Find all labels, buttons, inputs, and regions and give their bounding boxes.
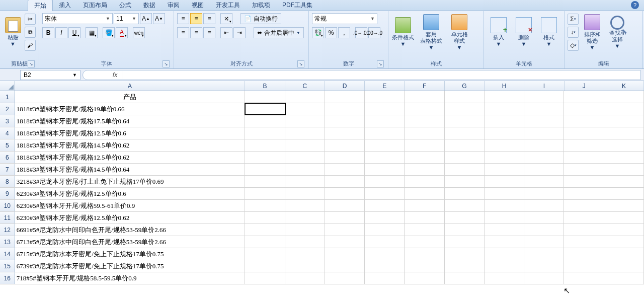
format-cells-button[interactable]: 格式▼ xyxy=(537,13,560,51)
cell-H2[interactable] xyxy=(485,103,524,115)
cell-B16[interactable] xyxy=(245,272,285,284)
cell-B14[interactable] xyxy=(245,248,285,260)
decrease-font-button[interactable]: A▼ xyxy=(153,13,165,24)
increase-font-button[interactable]: A▲ xyxy=(140,13,152,24)
cell-E13[interactable] xyxy=(365,236,405,248)
cell-K3[interactable] xyxy=(604,115,644,127)
cell-H9[interactable] xyxy=(485,188,524,199)
align-middle-button[interactable]: ≡ xyxy=(190,13,202,24)
cell-G8[interactable] xyxy=(445,176,485,187)
cell-H14[interactable] xyxy=(485,248,524,260)
row-header[interactable]: 3 xyxy=(0,115,15,127)
cell-B9[interactable] xyxy=(245,188,285,199)
cell-F6[interactable] xyxy=(405,152,444,163)
cell-E7[interactable] xyxy=(365,164,405,175)
cell-C5[interactable] xyxy=(285,139,325,151)
increase-indent-button[interactable]: ⇥ xyxy=(233,27,246,38)
comma-format-button[interactable]: , xyxy=(338,27,350,38)
cell-H15[interactable] xyxy=(485,260,524,272)
cell-D10[interactable] xyxy=(325,200,365,211)
cell-J10[interactable] xyxy=(564,200,604,211)
row-header[interactable]: 9 xyxy=(0,188,15,199)
cell-H13[interactable] xyxy=(485,236,524,248)
copy-button[interactable]: ⧉ xyxy=(25,27,36,38)
cell-A3[interactable]: 1818#3#塑钢本牙密尾/规格17.5单价0.64 xyxy=(15,115,246,127)
row-header[interactable]: 16 xyxy=(0,272,15,284)
cell-F7[interactable] xyxy=(405,164,444,175)
cell-C1[interactable] xyxy=(285,91,325,103)
cell-G9[interactable] xyxy=(445,188,485,199)
font-color-button[interactable]: A▾ xyxy=(116,27,128,38)
spreadsheet-grid[interactable]: ABCDEFGHIJK 1产品21818#3#塑钢本牙密尾/规格19单价0.66… xyxy=(0,81,644,297)
cell-G2[interactable] xyxy=(445,103,485,115)
cell-B5[interactable] xyxy=(245,139,285,151)
col-header-G[interactable]: G xyxy=(445,81,485,91)
cell-K6[interactable] xyxy=(604,152,644,163)
format-as-table-button[interactable]: 套用 表格格式▼ xyxy=(417,13,446,51)
col-header-B[interactable]: B xyxy=(245,81,285,91)
phonetic-button[interactable]: wén▾ xyxy=(133,27,145,38)
cell-E1[interactable] xyxy=(365,91,405,103)
cell-D4[interactable] xyxy=(325,127,365,139)
cell-J15[interactable] xyxy=(564,260,604,272)
cell-A6[interactable]: 1818#3#塑钢本牙密尾/规格12.5单价0.62 xyxy=(15,152,246,163)
cell-F13[interactable] xyxy=(405,236,444,248)
row-header[interactable]: 5 xyxy=(0,139,15,151)
cell-I13[interactable] xyxy=(524,236,564,248)
cell-A2[interactable]: 1818#3#塑钢本牙密尾/规格19单价0.66 xyxy=(15,103,246,115)
cell-I12[interactable] xyxy=(524,224,564,236)
cell-K8[interactable] xyxy=(604,176,644,187)
cell-I7[interactable] xyxy=(524,164,564,175)
col-header-I[interactable]: I xyxy=(524,81,564,91)
tab-8[interactable]: 加载项 xyxy=(246,0,276,11)
cell-D14[interactable] xyxy=(325,248,365,260)
cell-J12[interactable] xyxy=(564,224,604,236)
cell-I16[interactable] xyxy=(524,272,564,284)
cell-I9[interactable] xyxy=(524,188,564,199)
clear-button[interactable]: ◇▾ xyxy=(568,40,579,51)
fill-color-button[interactable]: 🪣▾ xyxy=(103,27,115,38)
row-header[interactable]: 11 xyxy=(0,212,15,224)
cell-C15[interactable] xyxy=(285,260,325,272)
cell-D9[interactable] xyxy=(325,188,365,199)
row-header[interactable]: 6 xyxy=(0,152,15,163)
align-center-button[interactable]: ≡ xyxy=(190,27,202,38)
cell-J1[interactable] xyxy=(564,91,604,103)
cell-A15[interactable]: 6739#3#尼龙防水本牙密尾/免上下止规格17单价0.75 xyxy=(15,260,246,272)
cell-F1[interactable] xyxy=(405,91,444,103)
wrap-text-button[interactable]: 📄自动换行 xyxy=(240,13,281,24)
cell-G1[interactable] xyxy=(445,91,485,103)
cell-B13[interactable] xyxy=(245,236,285,248)
cell-I2[interactable] xyxy=(524,103,564,115)
cell-J5[interactable] xyxy=(564,139,604,151)
cell-H11[interactable] xyxy=(485,212,524,224)
cell-C11[interactable] xyxy=(285,212,325,224)
cell-I8[interactable] xyxy=(524,176,564,187)
cell-A7[interactable]: 1818#3#塑钢本牙密尾/规格14.5单价0.64 xyxy=(15,164,246,175)
cell-D2[interactable] xyxy=(325,103,365,115)
tab-6[interactable]: 视图 xyxy=(186,0,210,11)
cell-K9[interactable] xyxy=(604,188,644,199)
cell-E2[interactable] xyxy=(365,103,405,115)
align-bottom-button[interactable]: ≡ xyxy=(203,13,215,24)
row-header[interactable]: 4 xyxy=(0,127,15,139)
cell-F9[interactable] xyxy=(405,188,444,199)
cell-styles-button[interactable]: 单元格 样式▼ xyxy=(448,13,471,51)
cell-A12[interactable]: 6691#5#尼龙防水中间印白色开尾/规格53-59单价2.66 xyxy=(15,224,246,236)
cell-E14[interactable] xyxy=(365,248,405,260)
cell-H7[interactable] xyxy=(485,164,524,175)
cell-K12[interactable] xyxy=(604,224,644,236)
cell-D8[interactable] xyxy=(325,176,365,187)
border-button[interactable]: ▦▾ xyxy=(86,27,98,38)
cell-C12[interactable] xyxy=(285,224,325,236)
cell-B1[interactable] xyxy=(245,91,285,103)
cell-D12[interactable] xyxy=(325,224,365,236)
cell-C13[interactable] xyxy=(285,236,325,248)
increase-decimal-button[interactable]: .0→.00 xyxy=(355,27,367,38)
cell-H12[interactable] xyxy=(485,224,524,236)
align-top-button[interactable]: ≡ xyxy=(177,13,189,24)
sort-filter-button[interactable]: 排序和 筛选▼ xyxy=(581,13,604,51)
select-all-corner[interactable] xyxy=(0,81,15,91)
row-header[interactable]: 7 xyxy=(0,164,15,175)
cell-C10[interactable] xyxy=(285,200,325,211)
